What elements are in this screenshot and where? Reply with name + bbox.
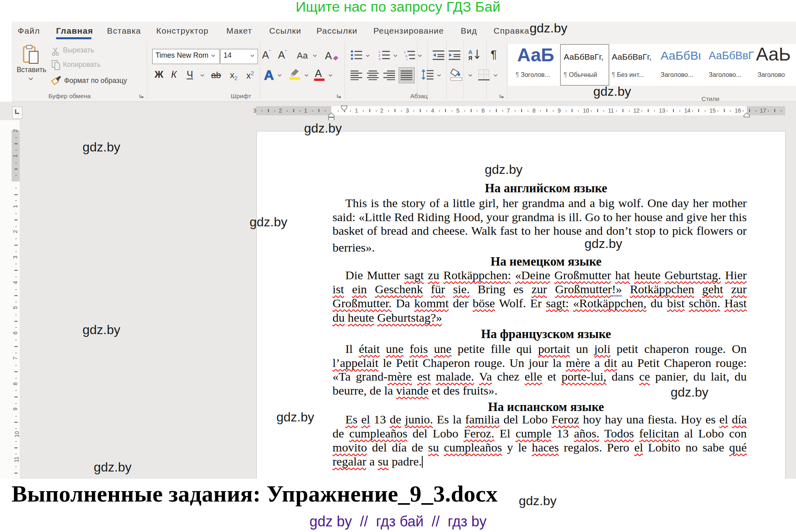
svg-text:1: 1 [379,50,381,54]
svg-text:2: 2 [379,54,381,57]
svg-text:А: А [468,49,472,55]
svg-text:3: 3 [379,57,381,61]
svg-text:1: 1 [404,50,406,54]
svg-text:i: i [407,58,407,61]
svg-text:Я: Я [468,55,472,61]
svg-text:a: a [405,54,407,58]
